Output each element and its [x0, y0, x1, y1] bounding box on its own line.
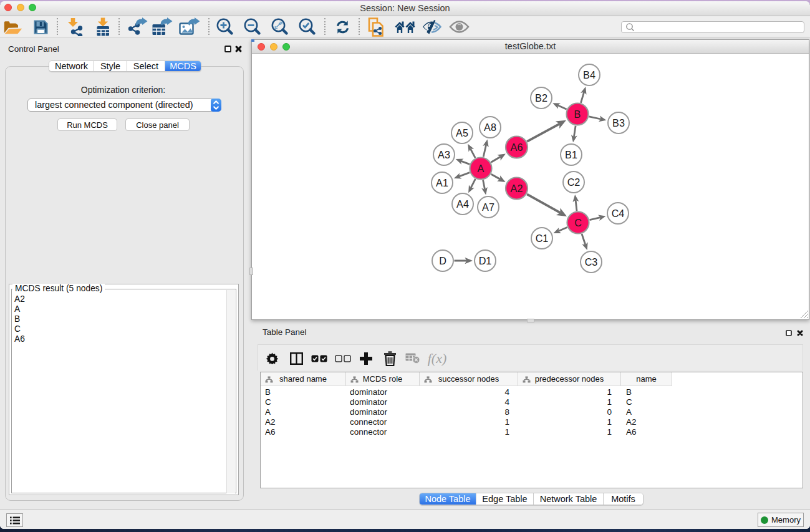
svg-text:C4: C4	[612, 208, 625, 219]
svg-text:B1: B1	[565, 149, 577, 160]
svg-text:A3: A3	[438, 149, 450, 160]
svg-text:B2: B2	[535, 92, 547, 104]
svg-text:A: A	[478, 163, 485, 174]
svg-text:C2: C2	[567, 177, 581, 188]
svg-text:B3: B3	[612, 117, 625, 128]
svg-text:D1: D1	[479, 255, 492, 266]
svg-text:B4: B4	[583, 69, 595, 80]
svg-text:C: C	[574, 217, 582, 228]
svg-text:D: D	[439, 255, 446, 266]
svg-text:A4: A4	[456, 198, 469, 210]
svg-text:A1: A1	[436, 177, 448, 188]
svg-text:A6: A6	[511, 142, 523, 153]
svg-text:C3: C3	[585, 256, 598, 268]
svg-text:A8: A8	[484, 122, 496, 133]
svg-text:A7: A7	[482, 201, 494, 213]
svg-text:B: B	[574, 109, 581, 120]
svg-text:C1: C1	[536, 233, 549, 244]
svg-text:A5: A5	[456, 127, 468, 138]
svg-text:A2: A2	[511, 183, 523, 194]
